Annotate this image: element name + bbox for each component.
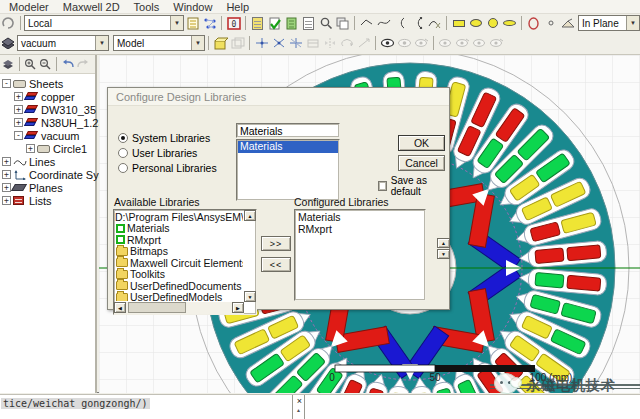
ok-button[interactable]: OK: [398, 135, 445, 151]
radio-button-icon[interactable]: [118, 148, 128, 158]
available-root-path[interactable]: D:\Program Files\AnsysEM\AnsysEM15: [115, 211, 243, 223]
line-segment-icon[interactable]: [358, 15, 375, 31]
menu-item-maxwell-2d[interactable]: Maxwell 2D: [56, 1, 127, 13]
tree-item-dw310-35[interactable]: +DW310_35: [0, 103, 95, 116]
move-down-icon[interactable]: ▼: [437, 249, 450, 259]
radio-button-icon[interactable]: [118, 163, 128, 173]
available-item-userdefinedmodels[interactable]: UserDefinedModels: [115, 292, 243, 302]
oval-tool-icon[interactable]: [501, 15, 518, 31]
expand-icon[interactable]: +: [2, 196, 11, 205]
available-libraries-list[interactable]: D:\Program Files\AnsysEM\AnsysEM15Materi…: [113, 209, 257, 315]
zoom-in-icon[interactable]: [23, 56, 38, 72]
library-listbox-selected-item[interactable]: Materials: [237, 140, 339, 153]
scroll-down-icon[interactable]: ▼: [244, 291, 256, 302]
expand-icon[interactable]: +: [14, 118, 23, 127]
doc-validate-icon[interactable]: [266, 15, 283, 31]
undo-icon[interactable]: [60, 56, 75, 72]
point-tool-icon[interactable]: [542, 15, 559, 31]
horizontal-scrollbar[interactable]: ◀ ▶: [114, 302, 244, 314]
radio-personal-libraries[interactable]: Personal Libraries: [118, 162, 217, 174]
menu-item-tools[interactable]: Tools: [127, 1, 167, 13]
library-name-edit[interactable]: Materials: [236, 123, 340, 138]
layers-icon[interactable]: [0, 35, 17, 51]
circle-tool-icon[interactable]: [484, 15, 501, 31]
cancel-button[interactable]: Cancel: [398, 155, 445, 171]
available-item-materials[interactable]: Materials: [115, 223, 243, 235]
rectangle-tool-icon[interactable]: [450, 15, 467, 31]
wire-box-icon[interactable]: [229, 35, 246, 51]
collapse-icon[interactable]: -: [2, 79, 11, 88]
chevron-down-icon[interactable]: ▼: [626, 16, 639, 30]
available-item-maxwell-circuit-elements[interactable]: Maxwell Circuit Elements: [115, 257, 243, 269]
expand-icon[interactable]: +: [26, 144, 35, 153]
chevron-down-icon[interactable]: ▼: [95, 36, 108, 50]
open-box-icon[interactable]: [212, 35, 229, 51]
tree-item-sheets[interactable]: -Sheets: [0, 77, 95, 90]
show-selection-icon[interactable]: [413, 35, 430, 51]
chevron-down-icon[interactable]: ▼: [191, 36, 204, 50]
cylinder-tool-icon[interactable]: [525, 15, 542, 31]
expand-icon[interactable]: +: [14, 105, 23, 114]
vertical-scrollbar[interactable]: ▲ ▼: [244, 210, 256, 302]
expand-icon[interactable]: +: [14, 92, 23, 101]
show-visibility-icon[interactable]: [379, 35, 396, 51]
tree-item-n38uh-1-23t[interactable]: +N38UH_1.23T: [0, 116, 95, 129]
view-combo[interactable]: Model ▼: [113, 35, 205, 51]
material-combo[interactable]: vacuum ▼: [17, 35, 109, 51]
optimetrics-icon[interactable]: [201, 15, 218, 31]
dataset-icon[interactable]: [184, 15, 201, 31]
zoom-out-icon[interactable]: [38, 56, 53, 72]
radio-user-libraries[interactable]: User Libraries: [118, 147, 197, 159]
doc-yellow-icon[interactable]: [249, 15, 266, 31]
available-item-rmxprt[interactable]: RMxprt: [115, 234, 243, 246]
dialog-title-bar[interactable]: Configure Design Libraries: [108, 88, 449, 106]
scrollbar-thumb[interactable]: [128, 302, 186, 313]
tree-item-lists[interactable]: +Lists: [0, 194, 95, 207]
move-cs-icon[interactable]: [287, 35, 304, 51]
equation-curve-icon[interactable]: [426, 15, 443, 31]
message-text[interactable]: tice/weichat gongzongh/): [1, 398, 150, 409]
rotate-cs-icon[interactable]: [338, 35, 355, 51]
radio-system-libraries[interactable]: System Libraries: [118, 132, 210, 144]
plane-combo[interactable]: In Plane ▼: [578, 15, 640, 31]
radio-button-icon[interactable]: [118, 133, 128, 143]
menu-item-window[interactable]: Window: [166, 1, 219, 13]
move-xy-icon[interactable]: [270, 35, 287, 51]
zoom-select-icon[interactable]: [317, 15, 334, 31]
view-hidden2-icon[interactable]: [454, 35, 471, 51]
menu-item-help[interactable]: Help: [219, 1, 256, 13]
configured-libraries-list[interactable]: MaterialsRMxprt: [294, 209, 426, 301]
solution-type-combo[interactable]: Local ▼: [24, 15, 184, 31]
spline-icon[interactable]: [375, 15, 392, 31]
tree-item-copper[interactable]: +copper: [0, 90, 95, 103]
remove-library-button[interactable]: <<: [261, 257, 291, 272]
scale-cs-icon[interactable]: [355, 35, 372, 51]
scroll-up-icon[interactable]: ▲: [244, 210, 256, 221]
scroll-up-icon[interactable]: ▲: [296, 407, 301, 413]
available-item-toolkits[interactable]: Toolkits: [115, 269, 243, 281]
save-as-default-checkbox[interactable]: [378, 181, 387, 191]
expand-icon[interactable]: +: [2, 170, 11, 179]
arc-3point-icon[interactable]: [409, 15, 426, 31]
menu-item-modeler[interactable]: Modeler: [2, 1, 56, 13]
tree-item-coordinate-systems[interactable]: +Coordinate Systems: [0, 168, 95, 181]
rotate-icon[interactable]: [0, 15, 17, 31]
move-x-icon[interactable]: [253, 35, 270, 51]
available-item-bitmaps[interactable]: Bitmaps: [115, 246, 243, 258]
scroll-right-icon[interactable]: ▶: [232, 302, 244, 313]
mirror-icon[interactable]: [321, 35, 338, 51]
ellipse-tool-icon[interactable]: [467, 15, 484, 31]
arc-center-icon[interactable]: [392, 15, 409, 31]
copy-image-icon[interactable]: [334, 15, 351, 31]
move-up-icon[interactable]: ▲: [437, 238, 450, 248]
collapse-icon[interactable]: -: [14, 131, 23, 140]
library-listbox[interactable]: Materials: [236, 139, 340, 201]
solve-icon[interactable]: 0: [225, 15, 242, 31]
doc-report-icon[interactable]: [300, 15, 317, 31]
tree-item-lines[interactable]: +Lines: [0, 155, 95, 168]
available-item-userdefineddocuments[interactable]: UserDefinedDocuments: [115, 280, 243, 292]
view-hidden4-icon[interactable]: [488, 35, 505, 51]
align-icon[interactable]: [304, 35, 321, 51]
tree-item-circle1[interactable]: +Circle1: [0, 142, 95, 155]
tree-item-vacuum[interactable]: -vacuum: [0, 129, 95, 142]
